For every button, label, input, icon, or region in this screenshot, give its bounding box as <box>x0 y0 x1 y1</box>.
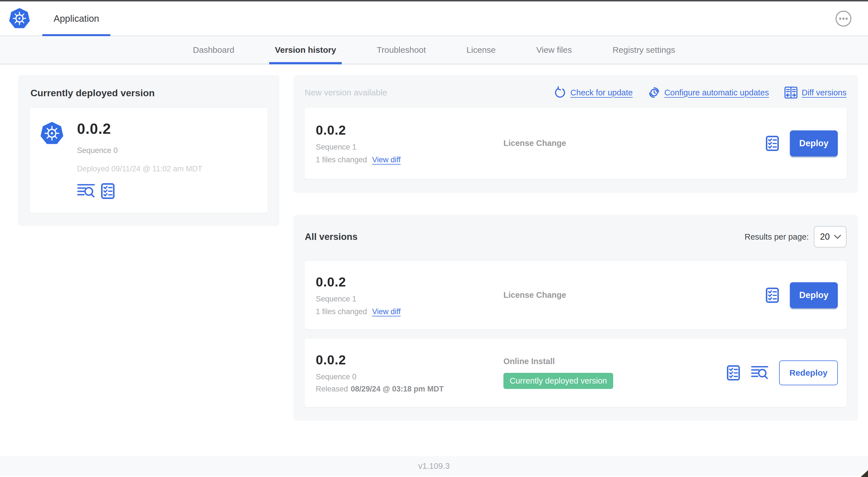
version-source: License Change <box>503 139 566 148</box>
view-diff-link[interactable]: View diff <box>372 307 401 316</box>
version-number: 0.0.2 <box>316 352 503 367</box>
all-versions-header: All versions Results per page: 20 <box>304 226 847 247</box>
files-changed: 1 files changed <box>316 155 367 164</box>
deployed-version-number: 0.0.2 <box>77 120 202 137</box>
config-checklist-icon[interactable] <box>766 287 779 303</box>
new-version-header: New version available Check for update <box>304 86 847 99</box>
version-info: 0.0.2 Sequence 1 1 files changed View di… <box>316 122 503 164</box>
files-changed: 1 files changed <box>316 307 367 316</box>
config-checklist-icon[interactable] <box>101 183 115 199</box>
version-source: License Change <box>503 291 566 300</box>
config-checklist-icon[interactable] <box>766 136 779 151</box>
results-per-page-select[interactable]: 20 <box>814 226 846 247</box>
check-for-update-label: Check for update <box>570 88 633 97</box>
deployed-sequence: Sequence 0 <box>77 146 202 155</box>
version-info: 0.0.2 Sequence 1 1 files changed View di… <box>316 274 503 316</box>
ellipsis-icon[interactable] <box>835 10 852 27</box>
diff-columns-icon <box>784 86 798 99</box>
version-sequence: Sequence 0 <box>316 372 503 381</box>
tab-troubleshoot[interactable]: Troubleshoot <box>356 36 446 64</box>
tab-version-history[interactable]: Version history <box>254 36 356 64</box>
view-diff-link[interactable]: View diff <box>372 155 401 164</box>
new-version-section: New version available Check for update <box>293 75 858 193</box>
deployed-timestamp: Deployed 09/11/24 @ 11:02 am MDT <box>77 165 202 173</box>
version-sequence: Sequence 1 <box>316 295 503 303</box>
refresh-icon <box>554 86 566 99</box>
tab-dashboard[interactable]: Dashboard <box>173 36 255 64</box>
app-footer: v1.109.3 <box>0 456 868 476</box>
tab-license[interactable]: License <box>446 36 516 64</box>
deploy-button[interactable]: Deploy <box>790 130 838 156</box>
deploy-button[interactable]: Deploy <box>790 282 838 308</box>
configure-automatic-updates-label: Configure automatic updates <box>664 88 769 97</box>
app-tab-label: Application <box>54 13 99 24</box>
console-version: v1.109.3 <box>418 461 450 471</box>
deployed-version-details: 0.0.2 Sequence 0 Deployed 09/11/24 @ 11:… <box>77 120 202 199</box>
diff-versions-label: Diff versions <box>802 88 846 97</box>
redeploy-button[interactable]: Redeploy <box>779 360 838 385</box>
tab-registry-settings[interactable]: Registry settings <box>592 36 695 64</box>
version-actions: Deploy <box>766 130 838 156</box>
currently-deployed-panel: Currently deployed version 0.0.2 <box>18 75 279 226</box>
kubernetes-logo <box>40 121 64 146</box>
version-row: 0.0.2 Sequence 1 1 files changed View di… <box>304 261 847 330</box>
results-per-page: Results per page: 20 <box>745 226 846 247</box>
update-actions: Check for update Configure automatic upd… <box>554 86 846 99</box>
config-checklist-icon[interactable] <box>726 365 740 381</box>
released-timestamp: Released08/29/24 @ 03:18 pm MDT <box>316 385 503 393</box>
version-rows: 0.0.2 Sequence 1 1 files changed View di… <box>304 261 847 407</box>
version-actions: Redeploy <box>726 360 838 385</box>
version-sequence: Sequence 1 <box>316 143 503 152</box>
mouse-cursor-artifact <box>861 470 868 477</box>
logs-icon[interactable] <box>77 183 95 199</box>
app-header: Application <box>0 1 868 36</box>
new-version-title: New version available <box>305 88 387 97</box>
subnav-tabs: Dashboard Version history Troubleshoot L… <box>0 36 868 64</box>
version-number: 0.0.2 <box>316 274 503 290</box>
check-for-update-link[interactable]: Check for update <box>554 86 633 99</box>
deployed-actions <box>77 183 202 199</box>
new-version-card: 0.0.2 Sequence 1 1 files changed View di… <box>304 107 847 179</box>
configure-automatic-updates-link[interactable]: Configure automatic updates <box>648 86 769 99</box>
right-column: New version available Check for update <box>293 75 858 456</box>
clock-sync-icon <box>648 86 660 99</box>
results-per-page-value: 20 <box>820 232 830 242</box>
currently-deployed-title: Currently deployed version <box>30 88 268 98</box>
chevron-down-icon <box>834 234 841 239</box>
main-content: Currently deployed version 0.0.2 <box>0 64 868 456</box>
logs-icon[interactable] <box>751 365 768 381</box>
version-number: 0.0.2 <box>316 122 503 138</box>
diff-versions-link[interactable]: Diff versions <box>784 86 846 99</box>
all-versions-section: All versions Results per page: 20 0.0.2 <box>293 215 858 421</box>
app-tab-application[interactable]: Application <box>42 1 110 35</box>
version-actions: Deploy <box>766 282 838 308</box>
version-source: Online Install <box>503 357 555 366</box>
version-row: 0.0.2 Sequence 0 Released08/29/24 @ 03:1… <box>304 338 847 407</box>
results-per-page-label: Results per page: <box>745 232 809 242</box>
all-versions-title: All versions <box>305 232 358 242</box>
kubernetes-logo <box>8 8 30 30</box>
tab-view-files[interactable]: View files <box>516 36 592 64</box>
currently-deployed-badge: Currently deployed version <box>503 373 613 389</box>
deployed-version-card: 0.0.2 Sequence 0 Deployed 09/11/24 @ 11:… <box>29 108 268 213</box>
version-info: 0.0.2 Sequence 0 Released08/29/24 @ 03:1… <box>316 352 503 393</box>
